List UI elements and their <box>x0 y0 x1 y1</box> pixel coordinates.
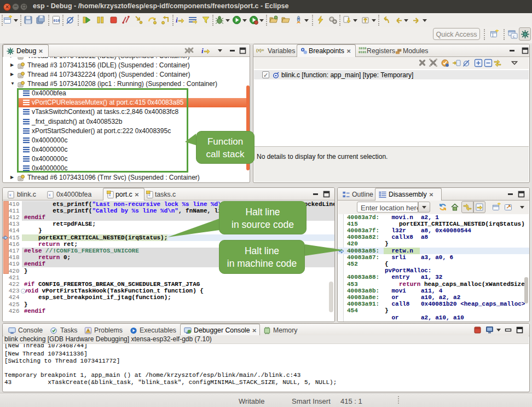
svg-text:i: i <box>201 47 204 55</box>
svg-text:C: C <box>513 35 516 39</box>
svg-text:c: c <box>49 192 51 197</box>
svg-text:c: c <box>148 192 151 197</box>
svg-text:010: 010 <box>54 19 60 23</box>
svg-text:c: c <box>9 192 11 197</box>
svg-text:c: c <box>109 192 111 197</box>
svg-text:i: i <box>176 16 178 24</box>
